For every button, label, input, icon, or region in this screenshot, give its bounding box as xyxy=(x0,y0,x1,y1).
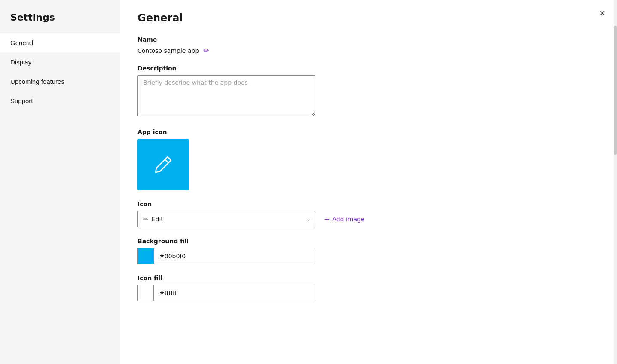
add-image-label: Add image xyxy=(332,216,364,223)
app-icon-preview[interactable] xyxy=(137,139,189,190)
scrollbar-thumb[interactable] xyxy=(614,26,617,155)
name-row: Contoso sample app ✏ xyxy=(137,46,490,55)
sidebar: Settings General Display Upcoming featur… xyxy=(0,0,120,364)
app-icon-section: App icon xyxy=(137,128,490,190)
page-title: General xyxy=(137,12,490,24)
main-content: × General Name Contoso sample app ✏ Desc… xyxy=(120,0,617,364)
background-fill-input[interactable] xyxy=(154,248,315,264)
icon-fill-swatch[interactable] xyxy=(137,285,154,301)
sidebar-item-general[interactable]: General xyxy=(0,33,120,52)
icon-label: Icon xyxy=(137,201,490,208)
icon-controls: ✏ Edit ⌵ + Add image xyxy=(137,211,490,227)
sidebar-item-display[interactable]: Display xyxy=(0,52,120,72)
sidebar-item-upcoming-features[interactable]: Upcoming features xyxy=(0,72,120,91)
sidebar-item-support[interactable]: Support xyxy=(0,91,120,110)
content-area: General Name Contoso sample app ✏ Descri… xyxy=(120,0,507,329)
background-fill-section: Background fill xyxy=(137,238,490,264)
icon-fill-label: Icon fill xyxy=(137,275,490,281)
app-name-value: Contoso sample app xyxy=(137,47,199,54)
icon-section: Icon ✏ Edit ⌵ + Add image xyxy=(137,201,490,227)
plus-icon: + xyxy=(324,215,330,223)
sidebar-nav: General Display Upcoming features Suppor… xyxy=(0,33,120,110)
app-icon-pencil-svg xyxy=(152,153,174,176)
sidebar-title: Settings xyxy=(0,0,120,33)
add-image-button[interactable]: + Add image xyxy=(321,214,368,225)
description-section: Description xyxy=(137,65,490,118)
icon-fill-input[interactable] xyxy=(154,285,315,301)
close-button[interactable]: × xyxy=(596,7,608,20)
icon-select-dropdown[interactable]: ✏ Edit ⌵ xyxy=(137,211,315,227)
icon-fill-row xyxy=(137,285,490,301)
background-fill-label: Background fill xyxy=(137,238,490,245)
description-textarea[interactable] xyxy=(137,75,315,116)
select-pencil-icon: ✏ xyxy=(143,216,148,223)
description-label: Description xyxy=(137,65,490,72)
icon-fill-section: Icon fill xyxy=(137,275,490,301)
name-section: Name Contoso sample app ✏ xyxy=(137,36,490,55)
chevron-down-icon: ⌵ xyxy=(307,216,310,222)
icon-select-value: Edit xyxy=(152,216,163,223)
scrollbar-track xyxy=(614,0,617,364)
edit-name-icon[interactable]: ✏ xyxy=(203,46,209,55)
app-icon-label: App icon xyxy=(137,128,490,135)
background-fill-row xyxy=(137,248,490,264)
background-fill-swatch[interactable] xyxy=(137,248,154,264)
name-label: Name xyxy=(137,36,490,43)
